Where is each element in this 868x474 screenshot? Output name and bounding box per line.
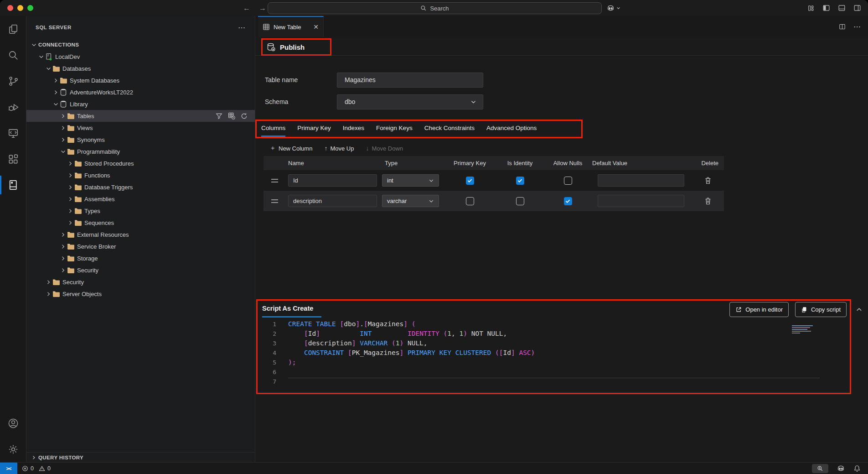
command-center-search[interactable]: Search xyxy=(268,2,602,14)
close-tab-icon[interactable]: ✕ xyxy=(313,23,319,31)
move-down-button[interactable]: ↓Move Down xyxy=(366,145,403,152)
more-actions-icon[interactable]: ⋯ xyxy=(238,23,246,32)
default-value-input[interactable] xyxy=(598,195,684,207)
copilot-status-icon[interactable] xyxy=(837,464,845,473)
query-history-section[interactable]: QUERY HISTORY xyxy=(26,452,255,462)
designer-tab-check-constraints[interactable]: Check Constraints xyxy=(424,125,475,137)
open-in-editor-button[interactable]: Open in editor xyxy=(729,302,789,317)
folder-icon xyxy=(67,267,77,274)
sql-code[interactable]: 1CREATE TABLE [dbo].[Magazines] (2 [Id] … xyxy=(256,319,849,386)
refresh-icon[interactable] xyxy=(241,112,248,120)
tree-item-connections[interactable]: CONNECTIONS xyxy=(26,39,255,51)
status-bar: >< 0 0 xyxy=(0,462,868,474)
activity-item-search[interactable] xyxy=(0,42,26,68)
tree-item-adventureworkslt2022[interactable]: AdventureWorksLT2022 xyxy=(26,86,255,98)
customize-layout-icon[interactable] xyxy=(807,4,815,12)
designer-tab-primary-key[interactable]: Primary Key xyxy=(297,125,331,137)
tree-item-tables[interactable]: Tables xyxy=(26,110,255,122)
activity-item-files[interactable] xyxy=(0,16,26,42)
table-name-input[interactable]: Magazines xyxy=(337,73,483,88)
tree-item-security[interactable]: Security xyxy=(26,276,255,288)
toggle-panel-icon[interactable] xyxy=(837,4,846,12)
navigate-forward-icon[interactable]: → xyxy=(259,0,266,16)
is-identity-checkbox[interactable] xyxy=(516,197,524,205)
zoom-window-button[interactable] xyxy=(27,5,33,11)
split-editor-icon[interactable] xyxy=(838,23,846,31)
toggle-secondary-sidebar-icon[interactable] xyxy=(853,4,862,12)
designer-tab-columns[interactable]: Columns xyxy=(261,125,285,137)
minimize-window-button[interactable] xyxy=(17,5,23,11)
activity-item-account[interactable] xyxy=(0,410,26,436)
navigate-back-icon[interactable]: ← xyxy=(243,0,250,16)
default-value-input[interactable] xyxy=(598,174,684,187)
tree-item-synonyms[interactable]: Synonyms xyxy=(26,134,255,146)
new-table-icon[interactable] xyxy=(228,112,235,120)
folder-icon xyxy=(52,291,62,297)
move-up-button[interactable]: ↑Move Up xyxy=(324,145,354,152)
tree-item-external-resources[interactable]: External Resources xyxy=(26,229,255,240)
column-type-select[interactable]: int xyxy=(382,174,439,187)
problems-status[interactable]: 0 0 xyxy=(22,465,51,472)
tree-item-views[interactable]: Views xyxy=(26,122,255,134)
tree-item-sequences[interactable]: Sequences xyxy=(26,217,255,229)
activity-item-run-debug[interactable] xyxy=(0,94,26,120)
trash-icon[interactable] xyxy=(704,177,712,185)
close-window-button[interactable] xyxy=(7,5,13,11)
tree-item-label: External Resources xyxy=(77,231,129,238)
column-type-select[interactable]: varchar xyxy=(382,195,439,207)
activity-item-source-control[interactable] xyxy=(0,68,26,94)
column-name-input[interactable]: description xyxy=(288,195,377,207)
primary-key-checkbox[interactable] xyxy=(466,197,474,205)
copilot-menu[interactable] xyxy=(606,0,620,16)
activity-item-settings-gear[interactable] xyxy=(0,436,26,462)
chevron-down-icon xyxy=(59,149,67,155)
tree-item-security[interactable]: Security xyxy=(26,264,255,276)
editor-more-actions-icon[interactable]: ⋯ xyxy=(853,22,861,31)
toggle-primary-sidebar-icon[interactable] xyxy=(822,4,831,12)
activity-item-remote-explorer[interactable] xyxy=(0,120,26,146)
new-column-button[interactable]: ＋New Column xyxy=(269,144,312,152)
tree-item-server-objects[interactable]: Server Objects xyxy=(26,288,255,300)
schema-select[interactable]: dbo xyxy=(337,94,483,109)
chevron-right-icon xyxy=(52,78,60,83)
folder-icon xyxy=(74,160,84,167)
copy-script-button[interactable]: Copy script xyxy=(795,302,847,317)
tree-item-database-triggers[interactable]: Database Triggers xyxy=(26,181,255,193)
activity-item-extensions[interactable] xyxy=(0,146,26,172)
tree-item-types[interactable]: Types xyxy=(26,205,255,217)
allow-nulls-checkbox[interactable] xyxy=(564,197,572,205)
drag-handle[interactable] xyxy=(264,179,285,182)
tree-item-databases[interactable]: Databases xyxy=(26,63,255,74)
remote-indicator[interactable]: >< xyxy=(0,463,17,474)
tree-item-localdev[interactable]: LocalDev xyxy=(26,51,255,63)
tree-item-stored-procedures[interactable]: Stored Procedures xyxy=(26,157,255,169)
line-text xyxy=(276,377,288,386)
activity-item-sql-server[interactable] xyxy=(0,172,26,198)
filter-icon[interactable] xyxy=(216,112,222,120)
drag-handle[interactable] xyxy=(264,199,285,203)
tree-item-assemblies[interactable]: Assemblies xyxy=(26,193,255,205)
tree-item-programmability[interactable]: Programmability xyxy=(26,146,255,157)
primary-key-checkbox[interactable] xyxy=(466,177,474,185)
tree-item-storage[interactable]: Storage xyxy=(26,252,255,264)
tab-new-table[interactable]: New Table ✕ xyxy=(258,16,324,37)
allow-nulls-cell xyxy=(546,197,589,205)
zoom-status-button[interactable] xyxy=(812,464,828,473)
allow-nulls-checkbox[interactable] xyxy=(564,177,572,185)
trash-icon[interactable] xyxy=(704,197,712,205)
notifications-bell-icon[interactable] xyxy=(853,465,861,472)
tree-item-system-databases[interactable]: System Databases xyxy=(26,74,255,86)
designer-tabs: ColumnsPrimary KeyIndexesForeign KeysChe… xyxy=(257,121,537,137)
collapse-panel-icon[interactable] xyxy=(856,306,863,313)
tree-item-service-broker[interactable]: Service Broker xyxy=(26,240,255,252)
publish-button[interactable]: Publish xyxy=(263,40,308,54)
designer-tab-foreign-keys[interactable]: Foreign Keys xyxy=(376,125,413,137)
tree-item-functions[interactable]: Functions xyxy=(26,169,255,181)
designer-tab-indexes[interactable]: Indexes xyxy=(343,125,364,137)
chevron-right-icon xyxy=(67,172,74,178)
line-number: 6 xyxy=(256,367,276,377)
tree-item-library[interactable]: Library xyxy=(26,98,255,110)
designer-tab-advanced-options[interactable]: Advanced Options xyxy=(486,125,537,137)
column-name-input[interactable]: Id xyxy=(288,174,377,187)
is-identity-checkbox[interactable] xyxy=(516,177,524,185)
